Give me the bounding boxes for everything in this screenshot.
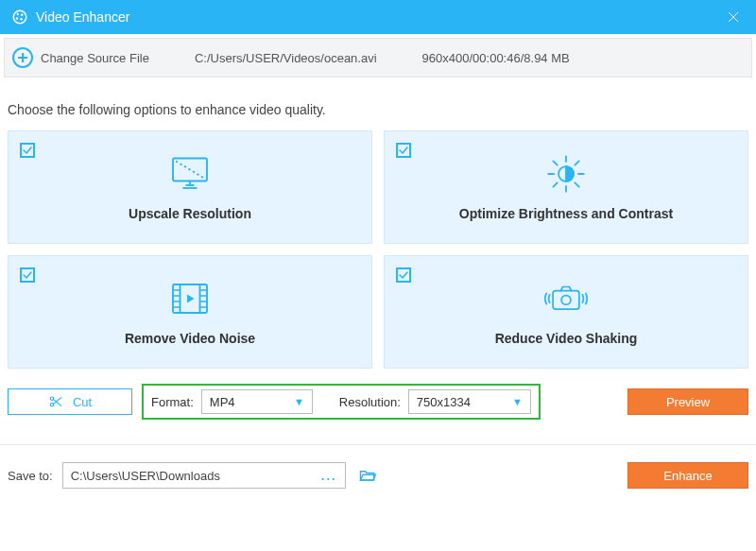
camera-icon (542, 278, 590, 319)
svg-point-4 (20, 18, 22, 20)
check-icon (22, 269, 33, 281)
check-icon (398, 269, 409, 281)
save-to-label: Save to: (8, 469, 53, 483)
check-icon (398, 145, 409, 156)
close-icon (726, 9, 741, 25)
svg-point-0 (13, 10, 26, 24)
cut-button[interactable]: Cut (8, 388, 132, 415)
card-remove-noise[interactable]: Remove Video Noise (8, 255, 372, 369)
checkbox-noise[interactable] (20, 267, 35, 283)
scissors-icon (48, 394, 63, 409)
checkbox-brightness[interactable] (396, 143, 411, 158)
svg-point-3 (16, 17, 18, 19)
filmstrip-icon (166, 278, 214, 319)
check-icon (22, 145, 33, 156)
resolution-select[interactable]: 750x1334 ▼ (408, 389, 531, 414)
chevron-down-icon: ▼ (294, 396, 304, 407)
save-path-value: C:\Users\USER\Downloads (71, 469, 220, 483)
enhance-options-grid: Upscale Resolution Optimize Brightness a… (0, 130, 756, 369)
instructions-text: Choose the following options to enhance … (0, 81, 756, 130)
checkbox-upscale[interactable] (20, 143, 35, 158)
change-source-button[interactable]: Change Source File (41, 51, 149, 65)
card-label: Reduce Video Shaking (495, 331, 638, 346)
svg-rect-8 (553, 291, 579, 309)
source-meta: 960x400/00:00:46/8.94 MB (422, 51, 570, 65)
format-select[interactable]: MP4 ▼ (201, 389, 313, 414)
resolution-value: 750x1334 (417, 395, 471, 409)
card-label: Remove Video Noise (125, 331, 255, 346)
add-source-icon[interactable] (12, 47, 33, 68)
checkbox-shaking[interactable] (396, 267, 411, 283)
close-button[interactable] (722, 6, 745, 28)
preview-label: Preview (666, 395, 710, 409)
svg-point-2 (21, 14, 23, 16)
browse-button[interactable]: ... (321, 469, 337, 483)
source-bar: Change Source File C:/Users/USER/Videos/… (4, 38, 752, 77)
card-label: Upscale Resolution (129, 206, 251, 221)
palette-icon (11, 9, 28, 26)
svg-point-9 (561, 296, 571, 305)
resolution-label: Resolution: (339, 395, 401, 409)
monitor-icon (166, 153, 214, 195)
card-label: Optimize Brightness and Contrast (459, 206, 673, 221)
chevron-down-icon: ▼ (512, 396, 523, 407)
titlebar: Video Enhancer (0, 0, 756, 34)
sun-icon (542, 153, 590, 195)
card-brightness-contrast[interactable]: Optimize Brightness and Contrast (384, 130, 748, 244)
enhance-label: Enhance (663, 469, 712, 483)
format-label: Format: (151, 395, 194, 409)
source-path: C:/Users/USER/Videos/ocean.avi (195, 51, 377, 65)
app-title: Video Enhancer (36, 9, 129, 25)
folder-open-icon (358, 466, 377, 485)
card-reduce-shaking[interactable]: Reduce Video Shaking (384, 255, 748, 369)
svg-point-1 (17, 13, 19, 15)
save-path-field[interactable]: C:\Users\USER\Downloads ... (62, 462, 346, 489)
format-value: MP4 (210, 395, 235, 409)
open-folder-button[interactable] (355, 463, 380, 488)
preview-button[interactable]: Preview (627, 388, 748, 415)
save-row: Save to: C:\Users\USER\Downloads ... Enh… (0, 445, 756, 506)
cut-label: Cut (73, 395, 92, 409)
enhance-button[interactable]: Enhance (627, 462, 748, 489)
tools-row: Cut Format: MP4 ▼ Resolution: 750x1334 ▼… (0, 369, 756, 420)
card-upscale-resolution[interactable]: Upscale Resolution (8, 130, 372, 244)
output-settings-highlight: Format: MP4 ▼ Resolution: 750x1334 ▼ (142, 384, 541, 420)
